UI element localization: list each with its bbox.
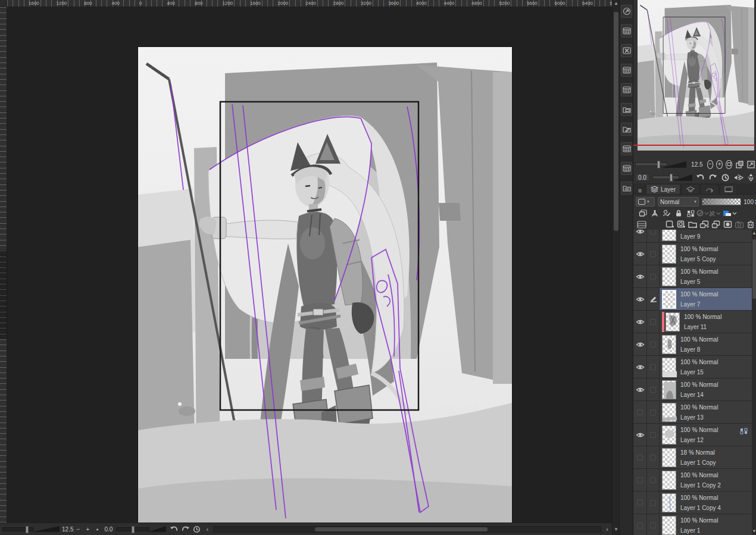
layer-row[interactable]: 100 % NormalLayer 8 bbox=[633, 333, 752, 356]
tab-layer-search[interactable] bbox=[701, 184, 718, 194]
editing-indicator[interactable] bbox=[647, 288, 660, 310]
rotation-slider[interactable] bbox=[116, 527, 149, 531]
layer-thumbnail[interactable] bbox=[662, 471, 676, 490]
flip-view-icon[interactable] bbox=[736, 161, 743, 168]
layer-thumbnail[interactable] bbox=[662, 290, 676, 309]
visibility-toggle[interactable] bbox=[633, 243, 647, 265]
layer-checkbox[interactable] bbox=[647, 378, 660, 401]
merge-to-lower-icon[interactable] bbox=[710, 220, 721, 229]
layer-checkbox[interactable] bbox=[647, 311, 660, 333]
layer-row[interactable]: 100 % NormalLayer 12 bbox=[633, 424, 752, 446]
selection-dropdown-icon[interactable] bbox=[696, 209, 708, 218]
zoom-arrow-icon[interactable] bbox=[621, 5, 632, 18]
layer-checkbox[interactable] bbox=[647, 265, 660, 287]
visibility-toggle[interactable] bbox=[633, 514, 647, 535]
layer-thumbnail[interactable] bbox=[662, 516, 676, 535]
layer-row[interactable]: 100 % NormalLayer 7 bbox=[633, 288, 752, 311]
lock-icon[interactable] bbox=[673, 209, 685, 218]
palette-x-icon[interactable] bbox=[621, 44, 632, 57]
visibility-toggle[interactable] bbox=[633, 311, 647, 333]
palette-grid-icon[interactable] bbox=[621, 162, 632, 175]
layer-thumbnail[interactable] bbox=[662, 358, 676, 377]
scroll-right-icon[interactable]: › bbox=[602, 526, 612, 533]
layer-row[interactable]: 100 % NormalLayer 5 Copy bbox=[633, 243, 752, 265]
visibility-toggle[interactable] bbox=[633, 469, 647, 491]
rotate-left-icon[interactable] bbox=[696, 174, 705, 182]
visibility-toggle[interactable] bbox=[633, 424, 647, 446]
tab-layer-property[interactable] bbox=[682, 184, 699, 194]
horizontal-scrollbar-thumb[interactable] bbox=[315, 527, 488, 531]
lock-transparent-pixels-icon[interactable] bbox=[685, 209, 696, 218]
layer-checkbox[interactable] bbox=[647, 401, 660, 423]
fit-to-screen-button[interactable] bbox=[726, 160, 732, 169]
layer-checkbox[interactable] bbox=[647, 230, 660, 242]
palette-folder-lines-icon[interactable] bbox=[621, 182, 632, 195]
layer-mask-edit-icon[interactable] bbox=[661, 209, 673, 218]
ruler-icon[interactable] bbox=[649, 209, 661, 218]
navigator-zoom-slider[interactable] bbox=[635, 162, 667, 166]
layer-row[interactable]: 100 % NormalLayer 1 Copy 2 bbox=[633, 469, 752, 492]
layer-list-scrollbar[interactable]: ▲ ▼ bbox=[752, 230, 756, 535]
visibility-toggle[interactable] bbox=[633, 288, 647, 310]
layer-color-icon[interactable] bbox=[720, 209, 738, 218]
panel-list-icon[interactable] bbox=[636, 220, 647, 229]
visibility-toggle[interactable] bbox=[633, 492, 647, 514]
layer-row[interactable]: 100 % NormalLayer 11 bbox=[633, 311, 752, 333]
visibility-toggle[interactable] bbox=[633, 378, 647, 401]
layer-row[interactable]: 100 % NormalLayer 9 bbox=[633, 230, 752, 243]
new-raster-layer-icon[interactable] bbox=[664, 220, 675, 229]
apply-mask-icon[interactable] bbox=[733, 220, 745, 229]
rotate-left-icon[interactable] bbox=[170, 525, 179, 533]
visibility-toggle[interactable] bbox=[633, 265, 647, 287]
pen-dropdown-icon[interactable] bbox=[708, 209, 720, 218]
layer-checkbox[interactable] bbox=[647, 243, 660, 265]
layer-row[interactable]: 100 % NormalLayer 1 Copy 4 bbox=[633, 492, 752, 514]
delete-layer-icon[interactable] bbox=[745, 220, 756, 229]
layer-checkbox[interactable] bbox=[647, 492, 660, 514]
full-view-icon[interactable] bbox=[747, 161, 755, 168]
palette-folder-edit-icon[interactable] bbox=[621, 123, 632, 136]
new-vector-layer-icon[interactable] bbox=[676, 220, 687, 229]
new-folder-icon[interactable] bbox=[687, 220, 698, 229]
fit-screen-button[interactable]: ▪ bbox=[92, 526, 102, 533]
rotate-right-icon[interactable] bbox=[708, 174, 717, 182]
layer-checkbox[interactable] bbox=[647, 424, 660, 446]
palette-grid-icon[interactable] bbox=[621, 64, 632, 77]
collapse-left-icon[interactable]: ‹ bbox=[202, 526, 212, 533]
layer-row[interactable]: 100 % NormalLayer 13 bbox=[633, 401, 752, 424]
flip-vertical-icon[interactable] bbox=[747, 173, 755, 182]
layer-row[interactable]: 100 % NormalLayer 15 bbox=[633, 356, 752, 378]
palette-folder-image-icon[interactable] bbox=[621, 103, 632, 116]
zoom-in-button[interactable]: + bbox=[716, 160, 723, 169]
visibility-toggle[interactable] bbox=[633, 446, 647, 468]
layer-row[interactable]: 100 % NormalLayer 14 bbox=[633, 378, 752, 401]
layer-thumbnail[interactable] bbox=[662, 448, 676, 467]
zoom-in-button[interactable]: + bbox=[83, 526, 92, 533]
layer-row[interactable]: 100 % NormalLayer 5 bbox=[633, 265, 752, 288]
layer-thumbnail[interactable] bbox=[666, 312, 680, 331]
visibility-toggle[interactable] bbox=[633, 356, 647, 378]
layer-checkbox[interactable] bbox=[647, 469, 660, 491]
palette-grid-icon[interactable] bbox=[621, 142, 632, 155]
layer-checkbox[interactable] bbox=[647, 356, 660, 378]
canvas-page[interactable] bbox=[138, 47, 512, 523]
zoom-out-button[interactable]: − bbox=[73, 526, 83, 533]
layer-row[interactable]: 100 % NormalLayer 1 bbox=[633, 514, 752, 535]
navigator-rotation-slider[interactable] bbox=[652, 176, 679, 179]
rotate-right-icon[interactable] bbox=[181, 525, 190, 533]
visibility-toggle[interactable] bbox=[633, 333, 647, 355]
opacity-slider[interactable] bbox=[702, 198, 742, 205]
layer-thumbnail[interactable] bbox=[662, 245, 676, 264]
layer-thumbnail[interactable] bbox=[662, 426, 676, 445]
palette-grid-icon[interactable] bbox=[621, 83, 632, 96]
visibility-toggle[interactable] bbox=[633, 230, 647, 242]
layer-row[interactable]: 18 % NormalLayer 1 Copy bbox=[633, 446, 752, 469]
layer-thumbnail[interactable] bbox=[662, 230, 676, 241]
canvas-vertical-scrollbar[interactable]: ▲ ▼ bbox=[612, 0, 619, 535]
navigator-preview[interactable] bbox=[638, 0, 754, 151]
palette-grid-icon[interactable] bbox=[621, 24, 632, 37]
blend-mode-dropdown[interactable]: Normal▾ bbox=[658, 197, 699, 207]
transfer-to-lower-icon[interactable] bbox=[699, 220, 710, 229]
tab-subview[interactable] bbox=[720, 184, 738, 194]
clip-to-layer-icon[interactable] bbox=[637, 209, 649, 218]
